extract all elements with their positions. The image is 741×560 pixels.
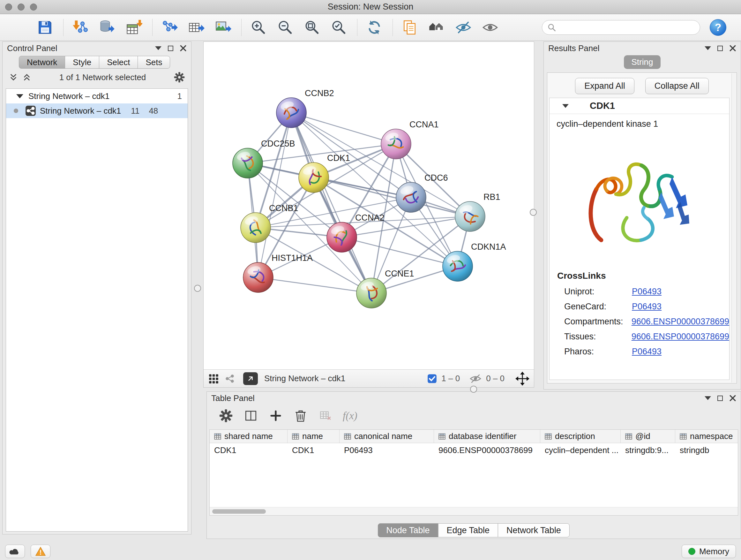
- cell-canonical-name[interactable]: P06493: [340, 443, 434, 457]
- memory-button[interactable]: Memory: [682, 545, 736, 558]
- close-panel-icon[interactable]: [729, 45, 736, 52]
- selected-checkbox-icon[interactable]: [427, 374, 437, 383]
- tab-network[interactable]: Network: [19, 56, 65, 69]
- open-session-button[interactable]: [8, 17, 28, 37]
- cell-id[interactable]: stringdb:9...: [621, 443, 675, 457]
- export-image-button[interactable]: [213, 17, 233, 37]
- collapse-section-icon[interactable]: [562, 104, 569, 108]
- first-neighbors-button[interactable]: [427, 17, 447, 37]
- expand-all-networks-icon[interactable]: [9, 73, 18, 82]
- network-share-icon[interactable]: [225, 374, 235, 384]
- cloud-button[interactable]: [5, 545, 25, 558]
- panel-menu-icon[interactable]: [155, 46, 161, 50]
- network-options-gear-icon[interactable]: [174, 72, 185, 83]
- network-node-CCNE1[interactable]: CCNE1: [356, 269, 414, 308]
- cell-description[interactable]: cyclin–dependent ...: [540, 443, 621, 457]
- network-node-CCNB2[interactable]: CCNB2: [276, 88, 334, 128]
- cell-shared-name[interactable]: CDK1: [210, 443, 287, 457]
- pan-crosshair-icon[interactable]: [515, 372, 529, 386]
- cell-namespace[interactable]: stringdb: [675, 443, 738, 457]
- string-tab-badge[interactable]: String: [624, 55, 661, 69]
- panel-menu-icon[interactable]: [704, 396, 711, 400]
- column-header-canonical-name[interactable]: canonical name: [340, 430, 434, 443]
- network-edge[interactable]: [342, 237, 458, 266]
- network-node-RB1[interactable]: RB1: [455, 192, 500, 232]
- horizontal-scrollbar[interactable]: [210, 507, 738, 515]
- hidden-eye-slash-icon[interactable]: [469, 374, 482, 383]
- warnings-button[interactable]: [30, 545, 51, 558]
- save-session-button[interactable]: [35, 17, 55, 37]
- window-close-button[interactable]: [5, 3, 12, 10]
- crosslink-uniprot-link[interactable]: P06493: [632, 287, 662, 297]
- zoom-selected-button[interactable]: [329, 17, 349, 37]
- crosslink-genecard-link[interactable]: P06493: [632, 302, 662, 312]
- network-edge[interactable]: [291, 113, 396, 144]
- network-node-CDKN1A[interactable]: CDKN1A: [443, 242, 506, 281]
- zoom-fit-content-button[interactable]: [302, 17, 322, 37]
- float-panel-icon[interactable]: [718, 395, 723, 401]
- splitter-handle-left[interactable]: [194, 285, 201, 292]
- network-node-CCNB1[interactable]: CCNB1: [241, 203, 298, 243]
- network-edge[interactable]: [258, 277, 372, 293]
- cell-name[interactable]: CDK1: [287, 443, 340, 457]
- network-row-selected[interactable]: String Network – cdk1 11 48: [6, 104, 188, 118]
- help-button[interactable]: ?: [710, 19, 726, 36]
- table-row[interactable]: CDK1 CDK1 P06493 9606.ENSP00000378699 cy…: [210, 443, 738, 457]
- network-edge[interactable]: [372, 197, 411, 293]
- search-input[interactable]: [559, 23, 695, 33]
- create-column-plus-icon[interactable]: [268, 408, 283, 423]
- tab-node-table[interactable]: Node Table: [378, 523, 438, 537]
- tab-select[interactable]: Select: [99, 56, 138, 69]
- show-columns-icon[interactable]: [243, 408, 259, 423]
- column-header-description[interactable]: description: [540, 430, 621, 443]
- float-panel-icon[interactable]: [718, 46, 723, 51]
- column-header-namespace[interactable]: namespace: [675, 430, 738, 443]
- delete-column-trash-icon[interactable]: [293, 408, 308, 423]
- tab-style[interactable]: Style: [65, 56, 99, 69]
- scrollbar-thumb[interactable]: [212, 509, 266, 514]
- crosslink-compartments-link[interactable]: 9606.ENSP00000378699: [631, 317, 729, 327]
- import-network-from-file-button[interactable]: [71, 17, 90, 37]
- export-table-button[interactable]: [186, 17, 206, 37]
- network-edge[interactable]: [258, 113, 291, 277]
- clone-network-button[interactable]: [400, 17, 420, 37]
- column-header-name[interactable]: name: [287, 430, 340, 443]
- hide-selected-button[interactable]: [454, 17, 473, 37]
- zoom-in-button[interactable]: [249, 17, 268, 37]
- show-all-button[interactable]: [480, 17, 500, 37]
- import-table-from-file-button[interactable]: [124, 17, 144, 37]
- window-minimize-button[interactable]: [17, 3, 24, 10]
- table-settings-gear-icon[interactable]: [218, 408, 233, 423]
- expand-all-button[interactable]: Expand All: [575, 78, 634, 94]
- network-node-HIST1H1A[interactable]: HIST1H1A: [243, 253, 313, 293]
- collapse-all-networks-icon[interactable]: [22, 73, 31, 82]
- column-header-shared-name[interactable]: shared name: [210, 430, 287, 443]
- splitter-handle-horizontal[interactable]: [470, 386, 477, 393]
- network-node-CCNA1[interactable]: CCNA1: [381, 120, 439, 159]
- column-header-id[interactable]: @id: [621, 430, 675, 443]
- window-zoom-button[interactable]: [30, 3, 37, 10]
- network-edge[interactable]: [291, 113, 372, 293]
- disclosure-triangle-icon[interactable]: [16, 94, 23, 98]
- zoom-out-button[interactable]: [275, 17, 295, 37]
- network-canvas[interactable]: CCNB2CCNA1CDC25BCDK1CDC6RB1CCNB1CCNA2CDK…: [204, 42, 534, 369]
- column-header-database-identifier[interactable]: database identifier: [434, 430, 540, 443]
- results-scrollbar[interactable]: [731, 73, 736, 382]
- birdseye-view-icon[interactable]: [208, 373, 219, 384]
- collapse-all-button[interactable]: Collapse All: [645, 78, 709, 94]
- splitter-handle-right[interactable]: [530, 209, 537, 216]
- panel-menu-icon[interactable]: [704, 46, 711, 50]
- network-node-CCNA2[interactable]: CCNA2: [327, 213, 385, 252]
- search-box[interactable]: [542, 20, 700, 35]
- tab-edge-table[interactable]: Edge Table: [438, 523, 498, 537]
- tab-sets[interactable]: Sets: [138, 56, 170, 69]
- float-panel-icon[interactable]: [168, 46, 173, 51]
- import-network-from-database-button[interactable]: [97, 17, 117, 37]
- close-panel-icon[interactable]: [180, 45, 187, 52]
- apply-layout-button[interactable]: [364, 17, 384, 37]
- tab-network-table[interactable]: Network Table: [498, 523, 569, 537]
- function-builder-icon[interactable]: f(x): [343, 410, 357, 422]
- detach-view-button[interactable]: [243, 372, 258, 385]
- export-network-button[interactable]: [159, 17, 179, 37]
- network-collection-row[interactable]: String Network – cdk1 1: [6, 89, 188, 104]
